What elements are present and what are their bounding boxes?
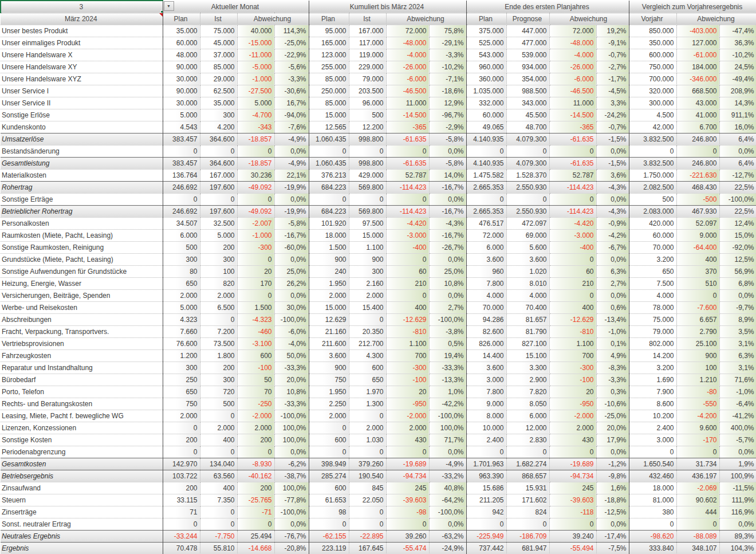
value-cell[interactable]: 569.800 [349,182,386,194]
value-cell[interactable]: -2.007 [237,218,274,230]
value-cell[interactable]: 0 [237,446,274,458]
row-label[interactable]: Unsere Handelsware XYZ [1,73,163,85]
value-cell[interactable]: 900 [309,362,349,374]
value-cell[interactable]: 37.000 [200,49,237,61]
value-cell-percent[interactable]: -5,7% [719,434,756,446]
value-cell[interactable]: 60.000 [163,37,200,49]
value-cell[interactable]: 52.097 [676,218,719,230]
value-cell-percent[interactable]: 6,3% [596,266,629,278]
value-cell[interactable]: -114.423 [549,206,596,218]
value-cell[interactable]: 988.500 [506,85,549,97]
value-cell-percent[interactable]: 15,0% [719,230,756,242]
value-cell[interactable]: -4.420 [386,218,429,230]
value-cell-percent[interactable]: 19,2% [596,25,629,37]
value-cell[interactable]: 39.260 [386,531,429,543]
value-cell[interactable]: -15.000 [237,37,274,49]
value-cell[interactable]: 12.565 [309,121,349,133]
value-cell-percent[interactable]: -16,7% [429,182,466,194]
value-cell[interactable]: 3.300 [506,362,549,374]
value-cell-percent[interactable]: -5,8% [429,133,466,146]
value-cell[interactable]: 2.665.353 [466,206,506,218]
value-cell[interactable]: 6.500 [200,302,237,314]
value-cell[interactable]: 39.240 [549,531,596,543]
value-cell[interactable]: 0 [549,290,596,302]
value-cell[interactable]: -300 [549,362,596,374]
value-cell-percent[interactable]: 100,0% [429,422,466,434]
value-cell-percent[interactable]: -4,9% [274,133,309,146]
value-cell[interactable]: -343 [237,121,274,133]
value-cell[interactable]: 70.000 [629,242,676,254]
value-cell-percent[interactable]: 114,3% [274,25,309,37]
value-cell-percent[interactable]: 0,0% [429,518,466,531]
value-cell[interactable]: -39.603 [549,494,596,506]
value-cell-percent[interactable]: -16,7% [429,230,466,242]
value-cell[interactable]: 4.500 [629,109,676,121]
value-cell[interactable]: 1.528.370 [506,170,549,182]
value-cell[interactable]: 500 [163,242,200,254]
value-cell-percent[interactable]: 0,3% [596,386,629,398]
value-cell-percent[interactable]: -3,3% [274,73,309,85]
value-cell-percent[interactable]: 22,5% [719,182,756,194]
value-cell[interactable]: 525.000 [466,37,506,49]
value-cell[interactable]: -71 [237,506,274,518]
row-label[interactable]: Gesamtleistung [1,158,163,170]
value-cell[interactable]: 320.000 [629,85,676,97]
value-cell-percent[interactable]: -77,8% [274,494,309,506]
value-cell[interactable]: 200 [237,482,274,494]
value-cell[interactable]: 30.000 [163,73,200,85]
row-label[interactable]: Heizung, Energie, Wasser [1,278,163,290]
value-cell-percent[interactable]: -100,0% [719,194,756,206]
value-cell-percent[interactable]: -29,1% [429,37,466,49]
value-cell[interactable]: 200 [200,362,237,374]
value-cell[interactable]: -61.000 [676,49,719,61]
value-cell-percent[interactable]: 0,0% [596,518,629,531]
value-cell-percent[interactable]: 6,4% [719,158,756,170]
value-cell[interactable]: 6.000 [163,230,200,242]
value-cell[interactable]: 0 [629,518,676,531]
value-cell-percent[interactable]: -47,4% [719,25,756,37]
value-cell[interactable]: 1.690 [629,374,676,386]
value-cell-percent[interactable]: 71,7% [429,434,466,446]
value-cell-percent[interactable]: 100,0% [274,434,309,446]
value-cell[interactable]: 0 [349,314,386,326]
value-cell[interactable]: 79.000 [629,326,676,338]
value-cell[interactable]: 4.140.935 [466,133,506,146]
value-cell-percent[interactable]: -7,1% [429,73,466,85]
value-cell[interactable]: 0 [200,506,237,518]
value-cell[interactable]: 81.790 [506,326,549,338]
value-cell[interactable]: 360.000 [466,73,506,85]
value-cell[interactable]: 3.832.500 [629,133,676,146]
row-label[interactable]: Sonstige Erlöse [1,109,163,121]
value-cell[interactable]: -810 [386,326,429,338]
value-cell-percent[interactable]: 3,6% [596,170,629,182]
value-cell[interactable]: 203.500 [349,85,386,97]
value-cell[interactable]: 35.000 [200,97,237,109]
value-cell[interactable]: 350.000 [629,37,676,49]
value-cell[interactable]: 8.000 [466,410,506,422]
value-cell[interactable]: 200 [237,434,274,446]
value-cell-percent[interactable]: 30,0% [274,302,309,314]
value-cell[interactable]: -950 [386,398,429,410]
value-cell[interactable]: 10.200 [629,410,676,422]
value-cell[interactable]: 444 [676,506,719,518]
value-cell[interactable]: -2.000 [237,410,274,422]
value-cell[interactable]: 383.457 [163,133,200,146]
value-cell[interactable]: 71 [163,506,200,518]
value-cell[interactable]: -1.000 [237,73,274,85]
value-cell[interactable]: 9.000 [466,398,506,410]
value-cell[interactable]: 3.200 [629,254,676,266]
value-cell-percent[interactable]: -18,8% [596,494,629,506]
value-cell-percent[interactable]: -4,9% [429,458,466,470]
value-cell[interactable]: 0 [506,146,549,158]
period-filter-dropdown-button[interactable]: ▼ [164,1,174,11]
value-cell[interactable]: 0 [309,518,349,531]
value-cell[interactable]: 245 [386,482,429,494]
value-cell[interactable]: 4.000 [506,290,549,302]
value-cell[interactable]: 348.107 [676,543,719,554]
value-cell[interactable]: -80 [676,386,719,398]
value-cell[interactable]: 25.494 [237,531,274,543]
row-label[interactable]: Sonstige Aufwendungen für Grundstücke [1,266,163,278]
value-cell-percent[interactable]: -24,9% [429,543,466,554]
row-label[interactable]: Vertriebsprovisionen [1,338,163,350]
value-cell[interactable]: 1.750.000 [629,170,676,182]
